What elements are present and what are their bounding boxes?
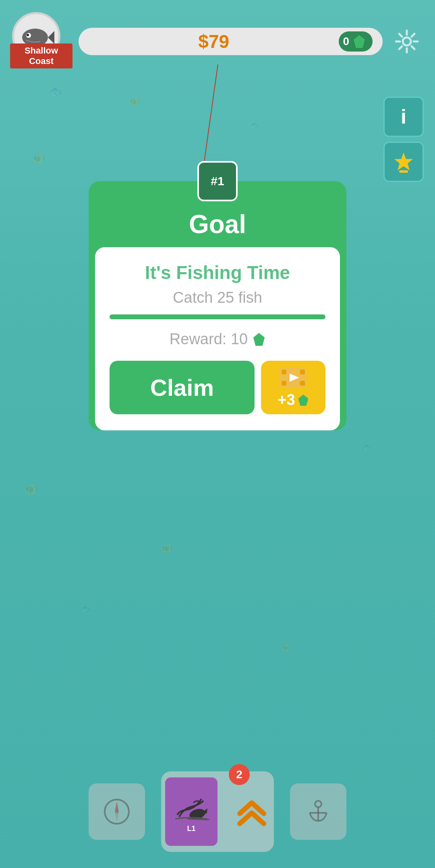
bg-fish-6: 🐠	[24, 483, 37, 496]
svg-rect-20	[300, 370, 305, 374]
watch-ad-button[interactable]: +3	[261, 361, 325, 414]
progress-bar	[110, 314, 325, 319]
settings-button[interactable]	[391, 25, 423, 58]
watch-ad-gem-icon	[298, 394, 309, 407]
nav-center[interactable]: 2 L1	[161, 771, 274, 852]
svg-rect-15	[399, 170, 408, 173]
svg-marker-14	[394, 153, 413, 170]
ability-card-icon	[171, 791, 211, 823]
svg-rect-19	[282, 370, 286, 374]
svg-line-12	[412, 34, 414, 37]
nav-badge: 2	[229, 764, 250, 785]
svg-rect-21	[282, 381, 286, 386]
ability-card-label: L1	[187, 825, 195, 833]
achievements-button[interactable]	[383, 142, 424, 182]
gem-counter: 0	[339, 31, 373, 52]
video-ad-icon	[279, 366, 307, 389]
bg-fish-1: 🐟	[48, 85, 62, 98]
svg-marker-16	[253, 333, 265, 346]
goal-card: Goal It's Fishing Time Catch 25 fish Rew…	[89, 181, 346, 430]
money-value: $79	[89, 31, 339, 52]
chevrons-up	[234, 792, 270, 832]
star-icon	[393, 151, 414, 173]
goal-title: Goal	[89, 205, 346, 247]
svg-marker-4	[353, 35, 365, 48]
gear-icon	[394, 28, 420, 55]
goal-description: Catch 25 fish	[110, 289, 325, 306]
double-chevron-icon	[234, 792, 270, 832]
reward-row: Reward: 10	[110, 331, 325, 348]
svg-point-5	[403, 37, 411, 45]
anchor-icon	[304, 798, 332, 826]
svg-point-28	[115, 810, 118, 813]
goal-subtitle: It's Fishing Time	[110, 262, 325, 283]
svg-marker-24	[298, 395, 308, 406]
money-bar: $79 0	[79, 28, 383, 55]
bg-fish-7: 🐟	[362, 443, 371, 452]
bg-fish-4: 🐠	[32, 153, 44, 164]
side-buttons: i	[383, 97, 424, 182]
bg-fish-3: 🐟	[250, 121, 259, 130]
svg-marker-1	[48, 31, 54, 44]
reward-gem-icon	[253, 332, 265, 347]
avatar-container: Shallow Coast	[12, 12, 70, 70]
ability-card: L1	[165, 777, 218, 846]
gem-icon	[352, 34, 366, 49]
svg-line-11	[412, 46, 414, 49]
header: Shallow Coast $79 0	[0, 12, 435, 70]
reward-label: Reward: 10	[170, 331, 248, 348]
gem-count-value: 0	[343, 35, 349, 48]
bg-fish-8: 🐠	[161, 544, 172, 554]
claim-button[interactable]: Claim	[110, 361, 255, 414]
info-button[interactable]: i	[383, 97, 424, 137]
compass-icon	[103, 798, 131, 826]
bg-fish-10: 🐠	[282, 644, 290, 652]
action-row: Claim +3	[110, 361, 325, 414]
location-banner: Shallow Coast	[10, 43, 72, 68]
bg-fish-2: 🐠	[129, 97, 140, 107]
svg-rect-22	[300, 381, 305, 386]
bottom-nav: 2 L1	[0, 771, 435, 852]
watch-ad-reward: +3	[278, 391, 309, 409]
goal-content: It's Fishing Time Catch 25 fish Reward: …	[95, 247, 340, 430]
goal-number-badge: #1	[197, 161, 238, 201]
anchor-button[interactable]	[290, 783, 346, 840]
info-icon: i	[401, 105, 406, 128]
svg-line-13	[399, 46, 402, 49]
svg-point-3	[27, 34, 29, 36]
bg-fish-9: 🐟	[81, 604, 91, 614]
compass-button[interactable]	[89, 783, 145, 840]
svg-point-31	[315, 801, 321, 807]
goal-card-wrapper: #1 Goal It's Fishing Time Catch 25 fish …	[89, 181, 346, 437]
svg-line-10	[399, 34, 402, 37]
